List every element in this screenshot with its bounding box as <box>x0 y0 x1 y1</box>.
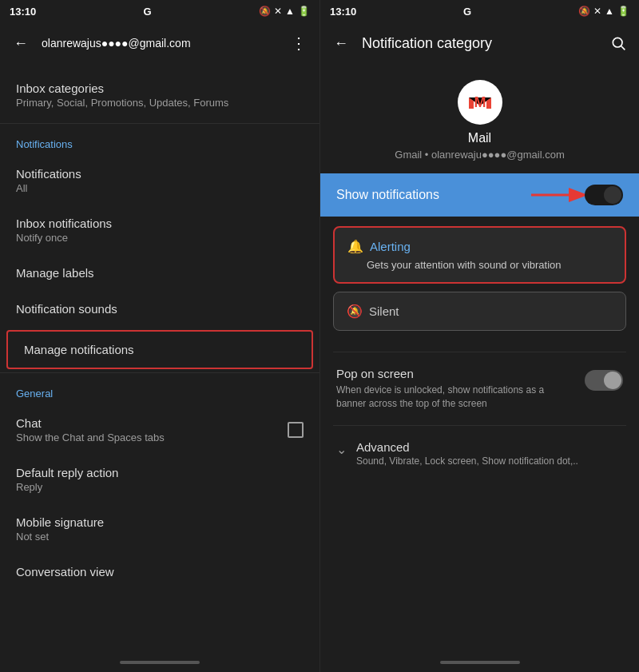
silent-bell-icon: 🔕 <box>347 304 363 319</box>
left-status-bar: 13:10 G 🔕 ✕ ▲ 🔋 <box>0 0 320 22</box>
back-button[interactable]: ← <box>6 29 35 58</box>
account-email: olanrewajus●●●●@gmail.com <box>42 37 278 50</box>
show-notifications-toggle[interactable] <box>585 185 623 205</box>
advanced-section[interactable]: ⌄ Advanced Sound, Vibrate, Lock screen, … <box>320 429 639 478</box>
gmail-logo: M <box>464 86 496 118</box>
mute-icon: 🔕 <box>259 6 271 17</box>
notifications-title: Notifications <box>16 167 304 181</box>
app-icon: M <box>458 80 502 125</box>
pop-on-screen-section[interactable]: Pop on screen When device is unlocked, s… <box>320 356 639 422</box>
sidebar-item-conversation-view[interactable]: Conversation view <box>0 554 320 590</box>
notifications-sub: All <box>16 182 304 194</box>
sidebar-item-inbox-categories[interactable]: Inbox categories Primary, Social, Promot… <box>0 70 320 120</box>
sidebar-item-default-reply[interactable]: Default reply action Reply <box>0 455 320 504</box>
svg-text:M: M <box>474 94 486 110</box>
chat-title: Chat <box>16 416 165 430</box>
inbox-notifications-sub: Notify once <box>16 232 304 244</box>
right-signal-icon: ✕ <box>593 6 601 17</box>
left-carrier: G <box>144 6 152 18</box>
manage-labels-title: Manage labels <box>16 266 304 280</box>
alerting-title-row: 🔔 Alerting <box>347 239 612 254</box>
right-carrier: G <box>463 6 471 18</box>
right-status-time: 13:10 <box>330 6 356 18</box>
page-title: Notification category <box>362 35 597 52</box>
left-top-bar: ← olanrewajus●●●●@gmail.com ⋮ <box>0 22 320 64</box>
advanced-title: Advanced <box>356 440 578 454</box>
conversation-view-title: Conversation view <box>16 565 304 579</box>
separator-2 <box>333 425 626 426</box>
chat-sub: Show the Chat and Spaces tabs <box>16 431 165 443</box>
sidebar-item-notification-sounds[interactable]: Notification sounds <box>0 291 320 327</box>
nav-indicator-right <box>440 661 520 664</box>
signal-icon: ✕ <box>274 6 282 17</box>
sidebar-item-manage-labels[interactable]: Manage labels <box>0 255 320 291</box>
right-bottom-bar <box>320 653 639 672</box>
separator-1 <box>333 352 626 352</box>
inbox-notifications-title: Inbox notifications <box>16 217 304 230</box>
left-status-time: 13:10 <box>10 6 36 18</box>
pop-screen-content: Pop on screen When device is unlocked, s… <box>336 367 575 411</box>
advanced-description: Sound, Vibrate, Lock screen, Show notifi… <box>356 455 578 467</box>
chat-checkbox[interactable] <box>288 422 304 438</box>
svg-line-1 <box>621 46 625 50</box>
right-panel: 13:10 G 🔕 ✕ ▲ 🔋 ← Notification category <box>320 0 639 672</box>
default-reply-sub: Reply <box>16 481 304 493</box>
sidebar-item-inbox-notifications[interactable]: Inbox notifications Notify once <box>0 205 320 255</box>
right-content: M Mail Gmail • olanrewaju●●●●@gmail.com … <box>320 64 639 653</box>
silent-label: Silent <box>369 304 399 318</box>
alerting-option[interactable]: 🔔 Alerting Gets your attention with soun… <box>333 226 626 284</box>
pop-on-screen-toggle[interactable] <box>585 370 623 391</box>
alerting-description: Gets your attention with sound or vibrat… <box>347 259 612 271</box>
wifi-icon: ▲ <box>285 6 295 17</box>
right-mute-icon: 🔕 <box>578 6 590 17</box>
right-top-bar: ← Notification category <box>320 22 639 64</box>
mobile-signature-title: Mobile signature <box>16 515 304 529</box>
app-name: Mail <box>468 131 491 145</box>
divider-1 <box>0 123 320 124</box>
app-account: Gmail • olanrewaju●●●●@gmail.com <box>395 149 564 161</box>
battery-icon: 🔋 <box>298 6 310 17</box>
left-status-icons: 🔕 ✕ ▲ 🔋 <box>259 6 310 17</box>
app-header: M Mail Gmail • olanrewaju●●●●@gmail.com <box>320 64 639 173</box>
left-panel: 13:10 G 🔕 ✕ ▲ 🔋 ← olanrewajus●●●●@gmail.… <box>0 0 320 672</box>
pop-on-screen-description: When device is unlocked, show notificati… <box>336 384 575 411</box>
sidebar-item-chat[interactable]: Chat Show the Chat and Spaces tabs <box>0 405 320 455</box>
mobile-signature-sub: Not set <box>16 531 304 543</box>
divider-2 <box>0 372 320 373</box>
show-notifications-bar[interactable]: Show notifications <box>320 173 639 217</box>
right-back-button[interactable]: ← <box>327 29 355 58</box>
show-notifications-label: Show notifications <box>336 188 439 202</box>
notification-sounds-title: Notification sounds <box>16 302 304 316</box>
search-icon <box>610 35 626 51</box>
right-status-icons: 🔕 ✕ ▲ 🔋 <box>578 6 629 17</box>
manage-notifications-title: Manage notifications <box>24 343 296 356</box>
sidebar-item-mobile-signature[interactable]: Mobile signature Not set <box>0 504 320 554</box>
general-section-header: General <box>0 376 320 405</box>
general-header-label: General <box>16 388 53 400</box>
left-bottom-bar <box>0 653 320 672</box>
notification-options: 🔔 Alerting Gets your attention with soun… <box>320 217 639 348</box>
inbox-categories-sub: Primary, Social, Promotions, Updates, Fo… <box>16 97 304 109</box>
chevron-down-icon: ⌄ <box>336 442 347 457</box>
svg-point-0 <box>613 38 622 47</box>
search-button[interactable] <box>604 29 633 58</box>
settings-list: Inbox categories Primary, Social, Promot… <box>0 64 320 653</box>
bell-icon: 🔔 <box>347 239 363 254</box>
alerting-title: Alerting <box>370 240 411 253</box>
default-reply-title: Default reply action <box>16 466 304 479</box>
sidebar-item-notifications[interactable]: Notifications All <box>0 156 320 205</box>
pop-on-screen-title: Pop on screen <box>336 367 575 380</box>
more-button[interactable]: ⋮ <box>284 29 313 58</box>
advanced-content: Advanced Sound, Vibrate, Lock screen, Sh… <box>356 440 578 467</box>
nav-indicator-left <box>120 661 200 664</box>
right-battery-icon: 🔋 <box>617 6 629 17</box>
right-status-bar: 13:10 G 🔕 ✕ ▲ 🔋 <box>320 0 639 22</box>
right-wifi-icon: ▲ <box>605 6 614 17</box>
inbox-categories-title: Inbox categories <box>16 82 304 95</box>
notifications-header-label: Notifications <box>16 138 73 150</box>
silent-option[interactable]: 🔕 Silent <box>333 292 626 331</box>
sidebar-item-manage-notifications[interactable]: Manage notifications <box>6 330 313 369</box>
notifications-section-header: Notifications <box>0 127 320 156</box>
